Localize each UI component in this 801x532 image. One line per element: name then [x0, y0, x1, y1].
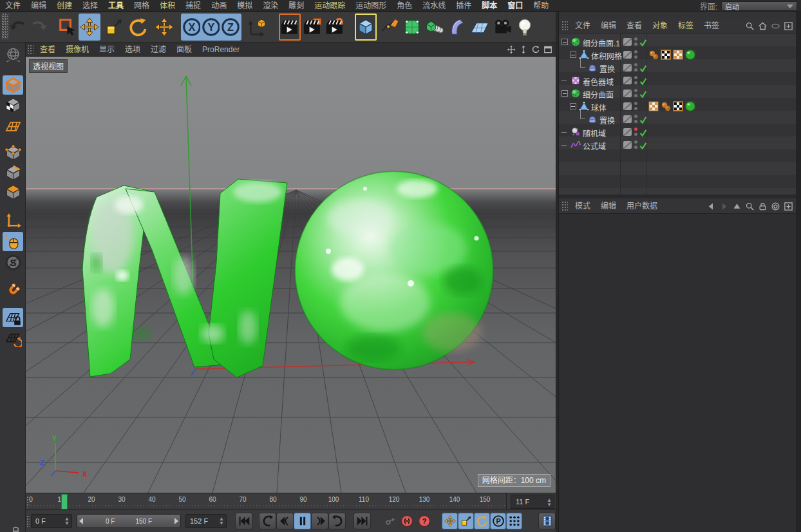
- key-position-toggle[interactable]: [442, 513, 458, 529]
- object-manager-menu-对象[interactable]: 对象: [647, 18, 673, 33]
- layer-toggle[interactable]: [623, 141, 632, 149]
- object-label[interactable]: 随机域: [583, 128, 606, 138]
- object-label[interactable]: 置换: [599, 63, 615, 74]
- menu-模拟[interactable]: 模拟: [232, 0, 258, 12]
- instance-button[interactable]: [424, 14, 446, 41]
- interface-dropdown[interactable]: 启动: [721, 1, 797, 11]
- scene-start-field[interactable]: 0 F ▲▼: [31, 514, 72, 528]
- floor-button[interactable]: [469, 14, 491, 41]
- viewport-rotate-icon[interactable]: [531, 44, 541, 55]
- layer-toggle[interactable]: [623, 77, 632, 84]
- object-label[interactable]: 公式域: [583, 140, 606, 151]
- viewport-toggle-icon[interactable]: [543, 44, 553, 55]
- key-rotation-toggle[interactable]: [474, 513, 490, 529]
- move-tool-button[interactable]: [79, 14, 100, 41]
- rotate-tool-button[interactable]: [127, 14, 149, 41]
- object-manager-menu-标签[interactable]: 标签: [673, 18, 699, 33]
- search-icon[interactable]: [744, 21, 755, 31]
- render-visibility-dot[interactable]: [634, 94, 637, 97]
- expander-icon[interactable]: [561, 39, 568, 45]
- tag-checker-orange-icon[interactable]: [673, 50, 683, 60]
- render-visibility-dot[interactable]: [634, 68, 637, 71]
- previous-key-button[interactable]: [259, 513, 276, 529]
- enabled-check-icon[interactable]: [639, 89, 648, 98]
- eye-icon[interactable]: [770, 21, 780, 31]
- enabled-check-icon[interactable]: [639, 128, 648, 137]
- timeline-window-button[interactable]: [538, 513, 556, 529]
- menu-脚本[interactable]: 脚本: [476, 0, 502, 12]
- editor-visibility-dot[interactable]: [634, 140, 637, 144]
- scene-end-field[interactable]: 152 F ▲▼: [185, 514, 227, 528]
- object-row[interactable]: 随机域: [559, 126, 796, 138]
- editor-visibility-dot[interactable]: [634, 102, 637, 105]
- object-manager-tree[interactable]: 细分曲面.1体积网格置换着色器域细分曲面球体置换随机域公式域: [559, 33, 796, 195]
- play-pause-button[interactable]: [294, 513, 311, 529]
- enabled-check-icon[interactable]: [639, 37, 648, 46]
- frame-stepper[interactable]: ▲▼: [547, 498, 552, 507]
- key-parameter-toggle[interactable]: P: [490, 513, 506, 529]
- object-label[interactable]: 置换: [599, 115, 615, 126]
- viewport-menu-ProRender[interactable]: ProRender: [197, 43, 245, 57]
- object-manager-menu-查看[interactable]: 查看: [621, 18, 647, 33]
- workplane-mode-button[interactable]: [3, 116, 23, 135]
- menu-渲染[interactable]: 渲染: [258, 0, 283, 12]
- home-icon[interactable]: [757, 21, 768, 31]
- viewport-zoom-icon[interactable]: [518, 44, 529, 55]
- preview-range-slider[interactable]: 0 F 150 F: [77, 514, 181, 528]
- menu-创建[interactable]: 创建: [52, 0, 77, 12]
- next-key-button[interactable]: [328, 513, 346, 529]
- menu-流水线[interactable]: 流水线: [417, 0, 451, 12]
- attribute-manager-menu-用户数据[interactable]: 用户数据: [621, 198, 663, 214]
- enabled-check-icon[interactable]: [639, 140, 648, 149]
- menu-体积[interactable]: 体积: [155, 0, 180, 12]
- subdivision-surface-button[interactable]: [401, 14, 423, 41]
- viewport-menu-显示[interactable]: 显示: [94, 43, 120, 57]
- primitive-cube-button[interactable]: [355, 14, 377, 41]
- viewport-menu-过滤[interactable]: 过滤: [146, 43, 171, 57]
- timeline-ruler[interactable]: 0102030405060708090100110120130140150 11…: [26, 493, 556, 510]
- light-button[interactable]: [514, 14, 536, 41]
- viewport-menu-查看[interactable]: 查看: [35, 43, 61, 57]
- object-manager-menu-文件[interactable]: 文件: [570, 18, 596, 33]
- add-panel-icon[interactable]: [783, 201, 793, 211]
- formula-field-icon[interactable]: [570, 140, 581, 150]
- tag-phong-icon[interactable]: [661, 101, 671, 111]
- tag-checker-orange-icon[interactable]: [648, 101, 659, 111]
- target-icon[interactable]: [770, 201, 780, 211]
- lock-x-axis-button[interactable]: X: [181, 14, 203, 41]
- layer-toggle[interactable]: [623, 51, 632, 59]
- editor-visibility-dot[interactable]: [634, 128, 637, 131]
- object-row[interactable]: 置换: [559, 113, 796, 126]
- tag-checker-bw-icon[interactable]: [673, 101, 683, 111]
- autokey-button[interactable]: ?: [415, 513, 433, 529]
- displacer-icon[interactable]: [587, 114, 598, 124]
- search-icon[interactable]: [744, 201, 755, 211]
- menu-捕捉[interactable]: 捕捉: [180, 0, 206, 12]
- layer-toggle[interactable]: [623, 38, 632, 46]
- scene-start-stepper[interactable]: ▲▼: [64, 517, 70, 526]
- enabled-check-icon[interactable]: [639, 76, 648, 85]
- attribute-manager-body[interactable]: [559, 214, 796, 532]
- previous-frame-button[interactable]: [276, 513, 294, 529]
- attribute-manager-menu-模式[interactable]: 模式: [570, 198, 596, 214]
- attribute-manager-menu-编辑[interactable]: 编辑: [596, 198, 621, 214]
- object-row[interactable]: 细分曲面: [559, 87, 796, 100]
- render-visibility-dot[interactable]: [634, 146, 637, 149]
- random-field-icon[interactable]: [570, 127, 581, 137]
- object-row[interactable]: 公式域: [559, 138, 796, 151]
- render-picture-viewer-button[interactable]: [301, 14, 323, 41]
- object-row[interactable]: 体积网格: [559, 48, 796, 61]
- edges-mode-button[interactable]: [3, 163, 23, 182]
- expander-icon[interactable]: [570, 103, 576, 109]
- editor-visibility-dot[interactable]: [634, 89, 637, 92]
- layer-toggle[interactable]: [623, 64, 632, 71]
- subdiv-icon[interactable]: [570, 88, 581, 99]
- view-label[interactable]: 透视视图: [29, 59, 68, 73]
- tag-material-green-icon[interactable]: [685, 101, 695, 111]
- menu-运动跟踪[interactable]: 运动跟踪: [309, 0, 350, 12]
- menu-网格[interactable]: 网格: [129, 0, 155, 12]
- bend-deformer-button[interactable]: [446, 14, 468, 41]
- coordinate-system-button[interactable]: [245, 14, 267, 41]
- nav-up-icon[interactable]: [731, 201, 742, 211]
- editor-visibility-dot[interactable]: [634, 63, 637, 66]
